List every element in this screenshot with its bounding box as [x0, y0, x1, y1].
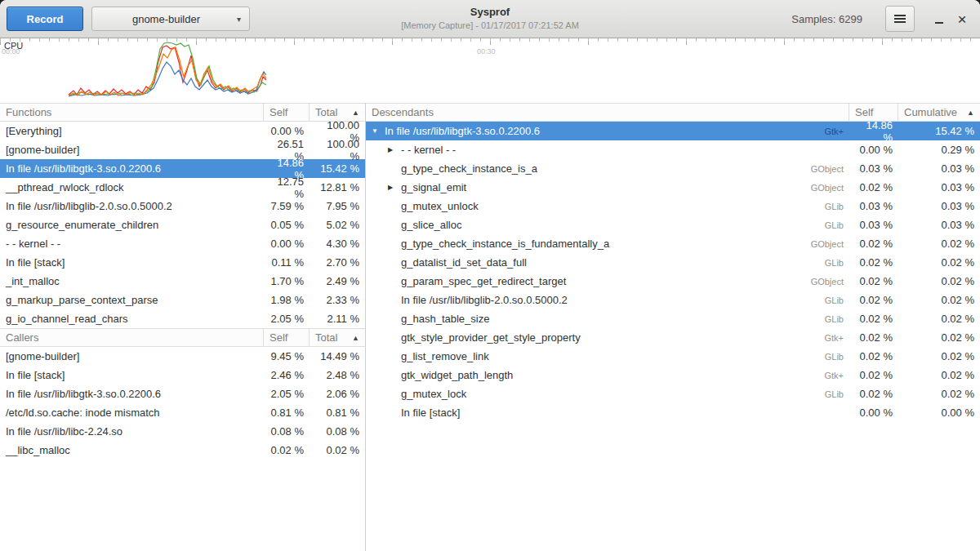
descendant-name: gtk_widget_path_length	[401, 369, 513, 381]
descendant-cumulative-value: 0.29 %	[898, 144, 980, 156]
function-row[interactable]: In file /usr/lib/libglib-2.0.so.0.5000.2…	[0, 197, 365, 216]
function-row[interactable]: g_markup_parse_context_parse 1.98 % 2.33…	[0, 291, 365, 309]
descendant-name: g_slice_alloc	[401, 219, 461, 231]
cpu-timeline[interactable]: CPU 00:00 00:30	[0, 38, 980, 103]
function-self-value: 1.98 %	[264, 294, 310, 306]
caller-total-value: 0.08 %	[310, 425, 365, 438]
descendants-table: Descendants Self Cumulative ▲ ▼ In file …	[366, 103, 980, 422]
descendant-cumulative-value: 0.02 %	[898, 238, 980, 250]
function-row[interactable]: In file [stack] 0.11 % 2.70 %	[0, 253, 365, 272]
function-row[interactable]: - - kernel - - 0.00 % 4.30 %	[0, 234, 365, 253]
descendant-row[interactable]: ▶ g_signal_emit GObject 0.02 % 0.03 %	[366, 178, 980, 197]
descendant-name-cell: In file [stack]	[366, 407, 849, 419]
minimize-icon	[935, 22, 943, 24]
hamburger-icon	[894, 15, 906, 23]
functions-self-column-header[interactable]: Self	[264, 104, 310, 121]
caller-self-value: 0.81 %	[264, 407, 310, 419]
main-panes: Functions Self Total ▲ [Everything] 0.00…	[0, 103, 980, 551]
function-row[interactable]: __pthread_rwlock_rdlock 12.75 % 12.81 %	[0, 178, 365, 197]
descendant-row[interactable]: In file [stack] 0.00 % 0.00 %	[366, 403, 980, 422]
descendant-row[interactable]: ▼ In file /usr/lib/libgtk-3.so.0.2200.6 …	[366, 122, 980, 140]
function-name: [gnome-builder]	[0, 144, 264, 156]
descendant-self-value: 0.02 %	[849, 313, 898, 325]
function-total-value: 12.81 %	[310, 181, 365, 193]
left-pane: Functions Self Total ▲ [Everything] 0.00…	[0, 103, 366, 551]
function-row[interactable]: In file /usr/lib/libgtk-3.so.0.2200.6 14…	[0, 159, 365, 178]
caller-row[interactable]: /etc/ld.so.cache: inode mismatch 0.81 % …	[0, 403, 365, 422]
descendant-name: g_param_spec_get_redirect_target	[401, 275, 566, 287]
function-row[interactable]: [gnome-builder] 26.51 % 100.00 %	[0, 140, 365, 159]
caller-total-value: 2.48 %	[310, 369, 365, 381]
descendant-name: In file /usr/lib/libglib-2.0.so.0.5000.2	[401, 294, 568, 306]
descendants-column-header[interactable]: Descendants	[366, 104, 849, 121]
function-name: [Everything]	[0, 125, 264, 137]
descendant-name: gtk_style_provider_get_style_property	[401, 331, 581, 344]
descendant-name: g_type_check_instance_is_fundamentally_a	[401, 238, 609, 250]
descendant-row[interactable]: g_datalist_id_set_data_full GLib 0.02 % …	[366, 253, 980, 272]
descendant-self-value: 0.02 %	[849, 275, 898, 287]
expander-icon[interactable]: ▶	[388, 184, 401, 191]
descendant-self-value: 0.02 %	[849, 331, 898, 344]
descendant-row[interactable]: gtk_widget_path_length Gtk+ 0.02 % 0.02 …	[366, 366, 980, 384]
descendant-row[interactable]: ▶ - - kernel - - 0.00 % 0.29 %	[366, 140, 980, 159]
library-category-label: GLib	[813, 352, 844, 362]
descendant-name: - - kernel - -	[401, 144, 456, 156]
descendant-row[interactable]: gtk_style_provider_get_style_property Gt…	[366, 328, 980, 347]
caller-row[interactable]: In file [stack] 2.46 % 2.48 %	[0, 366, 365, 384]
callers-column-header[interactable]: Callers	[0, 329, 264, 346]
descendant-name-cell: In file /usr/lib/libglib-2.0.so.0.5000.2…	[366, 294, 849, 306]
expander-icon[interactable]: ▼	[372, 128, 385, 135]
descendant-row[interactable]: g_type_check_instance_is_a GObject 0.03 …	[366, 159, 980, 178]
caller-row[interactable]: __libc_malloc 0.02 % 0.02 %	[0, 441, 365, 460]
minimize-button[interactable]	[928, 7, 951, 31]
descendant-row[interactable]: g_param_spec_get_redirect_target GObject…	[366, 272, 980, 291]
descendant-self-value: 0.00 %	[849, 407, 898, 419]
caller-self-value: 2.46 %	[264, 369, 310, 381]
descendant-cumulative-value: 0.02 %	[898, 388, 980, 400]
library-category-label: GObject	[800, 164, 844, 174]
menu-button[interactable]	[885, 6, 915, 32]
function-total-value: 2.49 %	[310, 275, 365, 287]
record-button[interactable]: Record	[7, 7, 83, 31]
caller-self-value: 0.02 %	[264, 444, 310, 456]
sort-indicator-icon: ▲	[345, 109, 359, 117]
caller-row[interactable]: [gnome-builder] 9.45 % 14.49 %	[0, 347, 365, 366]
descendant-row[interactable]: g_type_check_instance_is_fundamentally_a…	[366, 234, 980, 253]
functions-column-header[interactable]: Functions	[0, 104, 264, 121]
function-name: In file [stack]	[0, 256, 264, 269]
expander-icon[interactable]: ▶	[388, 147, 401, 153]
function-row[interactable]: _int_malloc 1.70 % 2.49 %	[0, 272, 365, 291]
descendant-name-cell: g_mutex_lock GLib	[366, 388, 849, 400]
cumulative-column-label: Cumulative	[904, 106, 957, 118]
descendant-self-value: 0.02 %	[849, 238, 898, 250]
descendant-row[interactable]: g_hash_table_size GLib 0.02 % 0.02 %	[366, 309, 980, 328]
descendant-cumulative-value: 0.02 %	[898, 294, 980, 306]
headerbar-right: Samples: 6299 ×	[791, 6, 973, 32]
functions-table: Functions Self Total ▲ [Everything] 0.00…	[0, 103, 365, 328]
descendant-row[interactable]: g_mutex_lock GLib 0.02 % 0.02 %	[366, 384, 980, 403]
descendant-name: In file [stack]	[401, 407, 460, 419]
descendant-cumulative-value: 0.03 %	[898, 181, 980, 193]
callers-header-row: Callers Self Total ▲	[0, 328, 365, 347]
descendant-name-cell: g_type_check_instance_is_a GObject	[366, 162, 849, 175]
callers-total-column-header[interactable]: Total ▲	[310, 329, 365, 346]
caller-self-value: 9.45 %	[264, 350, 310, 362]
function-name: In file /usr/lib/libglib-2.0.so.0.5000.2	[0, 200, 264, 212]
caller-total-value: 0.81 %	[310, 407, 365, 419]
function-row[interactable]: g_resource_enumerate_children 0.05 % 5.0…	[0, 216, 365, 234]
descendant-row[interactable]: g_list_remove_link GLib 0.02 % 0.02 %	[366, 347, 980, 366]
descendant-row[interactable]: g_slice_alloc GLib 0.03 % 0.03 %	[366, 216, 980, 234]
process-selector-dropdown[interactable]: gnome-builder ▾	[91, 7, 250, 31]
function-row[interactable]: g_io_channel_read_chars 2.05 % 2.11 %	[0, 309, 365, 328]
descendants-cumulative-column-header[interactable]: Cumulative ▲	[898, 104, 980, 121]
right-pane: Descendants Self Cumulative ▲ ▼ In file …	[366, 103, 980, 551]
descendant-row[interactable]: g_mutex_unlock GLib 0.03 % 0.03 %	[366, 197, 980, 216]
callers-self-column-header[interactable]: Self	[264, 329, 310, 346]
library-category-label: GObject	[800, 239, 844, 249]
library-category-label: Gtk+	[813, 333, 844, 343]
caller-row[interactable]: In file /usr/lib/libc-2.24.so 0.08 % 0.0…	[0, 422, 365, 441]
library-category-label: GLib	[813, 314, 844, 324]
caller-row[interactable]: In file /usr/lib/libgtk-3.so.0.2200.6 2.…	[0, 384, 365, 403]
close-button[interactable]: ×	[951, 7, 973, 31]
descendant-row[interactable]: In file /usr/lib/libglib-2.0.so.0.5000.2…	[366, 291, 980, 309]
